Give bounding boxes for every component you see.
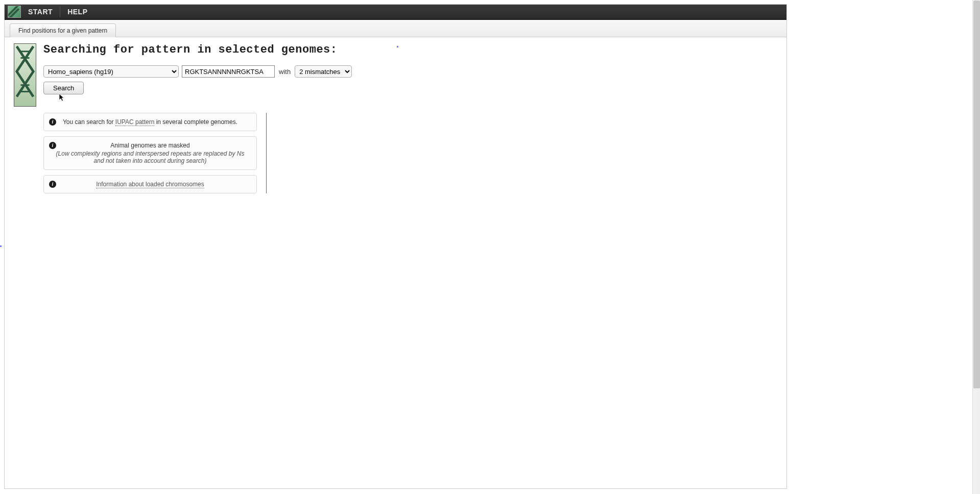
info-text-2-title: Animal genomes are masked [110,142,189,149]
iupac-pattern-link[interactable]: IUPAC pattern [115,118,154,126]
mismatch-select[interactable]: 2 mismatches [295,65,352,78]
info-box-chromosomes: i Information about loaded chromosomes [43,175,257,193]
info-text-2-note: (Low complexity regions and interspersed… [50,150,250,164]
app-logo[interactable] [8,6,21,18]
vertical-scrollbar[interactable] [972,0,980,494]
info-icon: i [49,181,56,188]
genome-select[interactable]: Homo_sapiens (hg19) [43,65,179,78]
tab-bar: Find positions for a given pattern [5,20,786,37]
info-section: i You can search for IUPAC pattern in se… [43,113,777,193]
selection-handle [0,245,2,247]
content-area: Searching for pattern in selected genome… [5,37,786,200]
info-column: i You can search for IUPAC pattern in se… [43,113,257,193]
info-icon: i [49,118,56,126]
menu-help[interactable]: HELP [62,6,92,18]
tab-find-positions[interactable]: Find positions for a given pattern [10,23,116,37]
info-box-iupac: i You can search for IUPAC pattern in se… [43,113,257,131]
info-text-1-post: in several complete genomes. [154,118,237,126]
top-menu-bar: START HELP [5,5,786,20]
page-title: Searching for pattern in selected genome… [43,43,777,56]
app-window: START HELP Find positions for a given pa… [4,4,787,489]
selection-handle [397,46,398,47]
info-box-masked: i Animal genomes are masked (Low complex… [43,136,257,170]
main-panel: Searching for pattern in selected genome… [43,43,777,193]
search-button[interactable]: Search [43,82,84,94]
search-form-row: Homo_sapiens (hg19) with 2 mismatches [43,65,777,78]
with-label: with [279,68,291,76]
dna-icon [14,43,36,107]
chromosomes-info-link[interactable]: Information about loaded chromosomes [96,181,204,188]
menu-divider [60,7,60,17]
menu-start[interactable]: START [23,6,58,18]
vertical-divider [266,113,267,193]
scrollbar-thumb[interactable] [973,1,980,388]
info-icon: i [49,142,56,149]
pattern-input[interactable] [182,65,275,78]
info-text-1-pre: You can search for [63,118,115,126]
